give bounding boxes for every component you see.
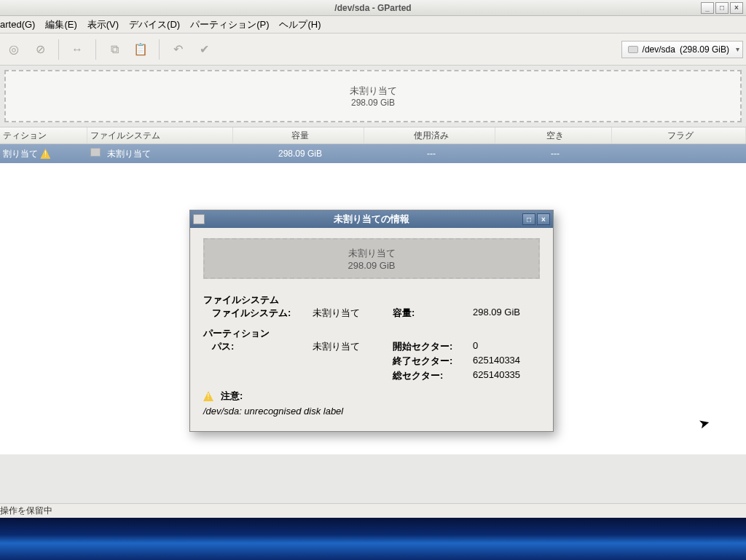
cell-size: 298.09 GiB [233, 149, 364, 159]
toolbar: ◎ ⊘ ↔ ⧉ 📋 ↶ ✔ /dev/sda (298.09 GiB) [0, 33, 746, 66]
status-text: 操作を保留中 [0, 505, 52, 517]
partition-info: パス: 未割り当て 開始セクター: 0 終了セクター: 625140334 総セ… [203, 340, 540, 382]
dialog-maximize-button[interactable]: □ [522, 213, 535, 225]
total-sector-value: 625140335 [473, 369, 540, 382]
statusbar: 操作を保留中 [0, 503, 746, 518]
fs-value: 未割り当て [313, 307, 393, 320]
table-row[interactable]: 割り当て ! 未割り当て 298.09 GiB --- --- [0, 144, 746, 163]
partition-graphic-size: 298.09 GiB [351, 98, 395, 108]
undo-icon[interactable]: ↶ [167, 39, 189, 60]
warning-message: /dev/sda: unrecognised disk label [203, 406, 540, 417]
partition-graphic-label: 未割り当て [350, 84, 397, 98]
separator [159, 39, 160, 60]
partition-graphic[interactable]: 未割り当て 298.09 GiB [4, 70, 742, 122]
capacity-label: 容量: [393, 307, 473, 320]
capacity-value: 298.09 GiB [473, 307, 540, 320]
dialog-partition-graphic: 未割り当て 298.09 GiB [203, 238, 540, 279]
menu-edit[interactable]: 編集(E) [45, 18, 76, 31]
disk-icon [628, 46, 638, 53]
menu-view[interactable]: 表示(V) [87, 18, 119, 31]
fs-label: ファイルシステム: [203, 307, 313, 320]
window-title: /dev/sda - GParted [334, 3, 411, 13]
col-size[interactable]: 容量 [233, 127, 364, 143]
warning-heading: 注意: [221, 390, 243, 403]
menu-partition[interactable]: パーティション(P) [190, 18, 269, 31]
apply-icon[interactable]: ✔ [193, 39, 215, 60]
cell-filesystem: 未割り当て [87, 148, 233, 160]
separator [58, 39, 59, 60]
dialog-icon [193, 214, 205, 224]
menu-gparted[interactable]: arted(G) [0, 19, 35, 30]
path-value: 未割り当て [313, 340, 393, 353]
col-free[interactable]: 空き [495, 127, 612, 143]
dialog-graphic-label: 未割り当て [348, 247, 396, 260]
cell-free: --- [495, 149, 612, 159]
menu-help[interactable]: ヘルプ(H) [279, 18, 321, 31]
col-flags[interactable]: フラグ [612, 127, 746, 143]
warning-row: ! 注意: [203, 390, 540, 403]
start-sector-value: 0 [473, 340, 540, 353]
start-sector-label: 開始セクター: [393, 340, 473, 353]
copy-icon[interactable]: ⧉ [103, 39, 125, 60]
warning-icon: ! [203, 391, 213, 401]
info-dialog: 未割り当ての情報 □ × 未割り当て 298.09 GiB ファイルシステム フ… [189, 210, 554, 432]
col-filesystem[interactable]: ファイルシステム [87, 127, 233, 143]
separator [95, 39, 96, 60]
new-partition-icon[interactable]: ◎ [3, 39, 25, 60]
fs-swatch [90, 148, 101, 157]
minimize-button[interactable]: _ [701, 2, 714, 14]
device-size: (298.09 GiB) [680, 44, 729, 55]
cell-used: --- [364, 149, 495, 159]
warning-icon: ! [40, 149, 50, 159]
dialog-close-button[interactable]: × [537, 213, 550, 225]
end-sector-value: 625140334 [473, 355, 540, 368]
menu-device[interactable]: デバイス(D) [129, 18, 180, 31]
maximize-button[interactable]: □ [715, 2, 729, 14]
fs-info: ファイルシステム: 未割り当て 容量: 298.09 GiB [203, 307, 540, 320]
dialog-title-text: 未割り当ての情報 [334, 213, 409, 226]
end-sector-label: 終了セクター: [393, 355, 473, 368]
path-label: パス: [203, 340, 313, 353]
col-used[interactable]: 使用済み [364, 127, 495, 143]
device-selector[interactable]: /dev/sda (298.09 GiB) [621, 41, 743, 58]
delete-icon[interactable]: ⊘ [29, 39, 51, 60]
window-titlebar: /dev/sda - GParted _ □ × [0, 0, 746, 16]
partition-heading: パーティション [203, 327, 540, 340]
cell-partition: 割り当て ! [0, 148, 87, 160]
dialog-body: 未割り当て 298.09 GiB ファイルシステム ファイルシステム: 未割り当… [190, 228, 553, 431]
dialog-graphic-size: 298.09 GiB [348, 260, 395, 271]
desktop-background [0, 518, 746, 560]
menubar: arted(G) 編集(E) 表示(V) デバイス(D) パーティション(P) … [0, 16, 746, 33]
total-sector-label: 総セクター: [393, 369, 473, 382]
partition-table-header: ティション ファイルシステム 容量 使用済み 空き フラグ [0, 127, 746, 144]
col-partition[interactable]: ティション [0, 127, 87, 143]
close-button[interactable]: × [730, 2, 743, 14]
resize-icon[interactable]: ↔ [66, 39, 88, 60]
paste-icon[interactable]: 📋 [130, 39, 152, 60]
fs-heading: ファイルシステム [203, 293, 540, 307]
device-path: /dev/sda [643, 44, 675, 55]
dialog-titlebar[interactable]: 未割り当ての情報 □ × [190, 210, 553, 228]
